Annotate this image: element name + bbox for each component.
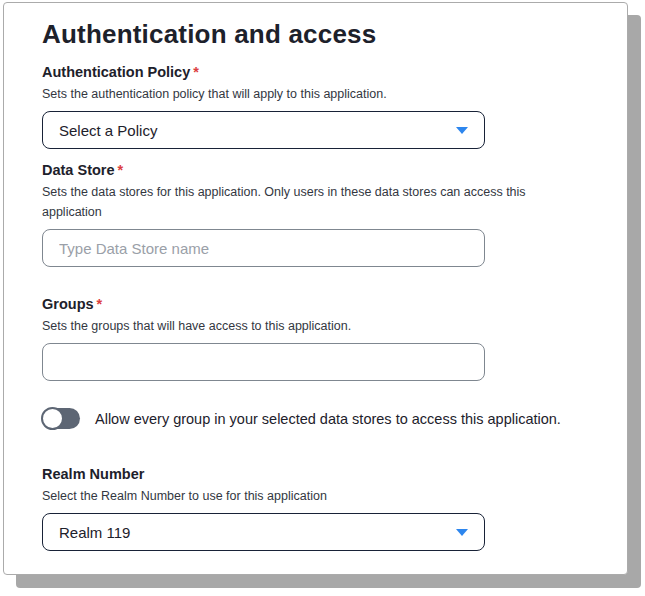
realm-number-description: Select the Realm Number to use for this … [42, 486, 547, 506]
realm-number-selected-value: Realm 119 [59, 524, 130, 541]
allow-all-groups-toggle-label: Allow every group in your selected data … [95, 411, 561, 427]
page-title: Authentication and access [42, 19, 589, 49]
allow-all-groups-row: Allow every group in your selected data … [42, 408, 589, 429]
field-authentication-policy: Authentication Policy* Sets the authenti… [42, 63, 589, 149]
required-asterisk: * [118, 162, 124, 178]
chevron-down-icon [456, 127, 468, 134]
authentication-access-panel: Authentication and access Authentication… [3, 2, 628, 575]
data-store-description: Sets the data stores for this applicatio… [42, 182, 547, 222]
groups-description: Sets the groups that will have access to… [42, 316, 547, 336]
required-asterisk: * [193, 64, 199, 80]
data-store-label: Data Store* [42, 161, 589, 179]
data-store-input-wrapper [42, 229, 485, 267]
realm-number-select[interactable]: Realm 119 [42, 513, 485, 551]
chevron-down-icon [456, 529, 468, 536]
data-store-input[interactable] [43, 230, 484, 266]
authentication-policy-label-text: Authentication Policy [42, 64, 190, 80]
field-groups: Groups* Sets the groups that will have a… [42, 295, 589, 381]
groups-input[interactable] [43, 344, 484, 380]
groups-input-wrapper [42, 343, 485, 381]
required-asterisk: * [97, 296, 103, 312]
authentication-policy-description: Sets the authentication policy that will… [42, 84, 547, 104]
field-data-store: Data Store* Sets the data stores for thi… [42, 161, 589, 267]
groups-label: Groups* [42, 295, 589, 313]
authentication-policy-label: Authentication Policy* [42, 63, 589, 81]
toggle-knob-icon [41, 407, 64, 430]
allow-all-groups-toggle[interactable] [42, 408, 80, 429]
groups-label-text: Groups [42, 296, 94, 312]
realm-number-label-text: Realm Number [42, 466, 144, 482]
data-store-label-text: Data Store [42, 162, 115, 178]
realm-number-label: Realm Number [42, 465, 589, 483]
field-realm-number: Realm Number Select the Realm Number to … [42, 465, 589, 551]
authentication-policy-selected-value: Select a Policy [59, 122, 157, 139]
authentication-policy-select[interactable]: Select a Policy [42, 111, 485, 149]
